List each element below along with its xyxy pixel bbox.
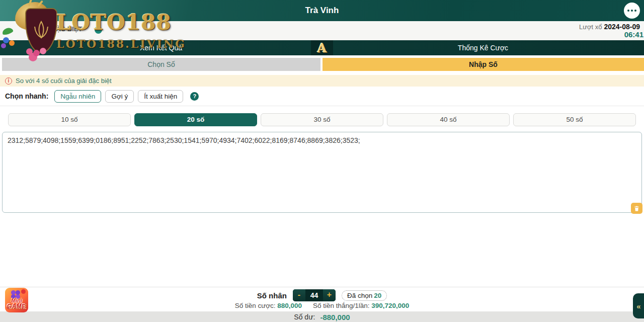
menu-dots-icon <box>627 10 629 12</box>
multiplier-value[interactable]: 44 <box>305 289 323 301</box>
count-button-50[interactable]: 50 số <box>513 113 636 126</box>
balance-row: Số dư: -880,000 <box>0 311 644 322</box>
numbers-textarea[interactable]: 2312;5879;4098;1559;6399;0186;8951;2252;… <box>2 132 642 213</box>
minigame-label-bottom: GAME <box>5 303 28 310</box>
help-icon[interactable]: ? <box>190 92 199 101</box>
header-bar: ← Trà Vinh <box>0 0 644 21</box>
minigame-button[interactable]: Mini GAME <box>5 288 28 312</box>
bet-total-value: 880,000 <box>277 302 302 309</box>
bet-total-label: Số tiền cược: <box>235 302 276 309</box>
totals-row: Số tiền cược: 880,000 Số tiền thắng/1lần… <box>0 302 644 309</box>
bet-category-label: ĐẶC BIỆT <box>51 25 82 33</box>
collapse-panel-button[interactable]: « <box>633 293 644 318</box>
notice-bar: i So với 4 số cuối của giải đặc biệt <box>0 75 644 87</box>
quick-pick-random-button[interactable]: Ngẫu nhiên <box>54 90 101 103</box>
win-per-label: Số tiền thắng/1lần: <box>313 302 370 309</box>
quick-pick-rare-button[interactable]: Ít xuất hiện <box>138 90 183 103</box>
count-button-30[interactable]: 30 số <box>261 113 383 126</box>
subtab-chon-so[interactable]: Chọn Số <box>2 58 320 71</box>
minus-button[interactable]: - <box>293 289 305 301</box>
chosen-label: Đã chọn <box>347 292 372 299</box>
more-menu-button[interactable] <box>624 3 640 19</box>
info-icon: i <box>5 77 12 85</box>
category-dot-icon <box>95 26 102 34</box>
trash-icon <box>633 205 640 212</box>
main-tabbar: Xem Kết Quả Thống Kê Cược A <box>0 40 644 55</box>
quick-pick-suggest-button[interactable]: Gợi ý <box>105 90 134 103</box>
watermark-letter: A <box>311 41 333 55</box>
tab-thong-ke-cuoc[interactable]: Thống Kê Cược <box>322 40 644 55</box>
subtab-nhap-so[interactable]: Nhập Số <box>323 58 644 71</box>
chosen-count-button[interactable]: Đã chọn20 <box>342 290 387 301</box>
plus-button[interactable]: + <box>323 289 336 301</box>
draw-countdown: 06:41: <box>624 30 644 39</box>
multiplier-row: Số nhân - 44 + Đã chọn20 <box>0 289 644 302</box>
quick-pick-row: Chọn nhanh: Ngẫu nhiên Gợi ý Ít xuất hiệ… <box>0 87 644 106</box>
clear-numbers-button[interactable] <box>631 203 642 214</box>
balance-value: -880,000 <box>320 313 350 321</box>
tab-xem-ket-qua[interactable]: Xem Kết Quả <box>0 40 322 55</box>
multiplier-stepper: - 44 + <box>293 289 336 301</box>
multiplier-label: Số nhân <box>257 291 287 300</box>
count-button-20[interactable]: 20 số <box>134 113 257 126</box>
watermark-letter-bg: A <box>311 40 333 55</box>
quick-pick-label: Chọn nhanh: <box>5 92 48 100</box>
double-chevron-left-icon: « <box>636 302 640 310</box>
notice-text: So với 4 số cuối của giải đặc biệt <box>16 77 112 85</box>
draw-round: Lượt xổ2024-08-09 <box>579 23 640 31</box>
balance-label: Số dư: <box>294 313 315 321</box>
chosen-count: 20 <box>374 292 381 299</box>
count-options-row: 10 số 20 số 30 số 40 số 50 số <box>8 113 636 126</box>
draw-round-date: 2024-08-09 <box>604 23 640 31</box>
numbers-input-box: 2312;5879;4098;1559;6399;0186;8951;2252;… <box>2 132 642 213</box>
page-title: Trà Vinh <box>0 0 644 21</box>
count-button-40[interactable]: 40 số <box>387 113 510 126</box>
win-per-value: 390,720,000 <box>371 302 409 309</box>
footer-bar: Số nhân - 44 + Đã chọn20 Số tiền cược: 8… <box>0 287 644 322</box>
clover-icon <box>11 290 16 295</box>
draw-round-label: Lượt xổ <box>579 23 602 31</box>
count-button-10[interactable]: 10 số <box>8 113 131 126</box>
